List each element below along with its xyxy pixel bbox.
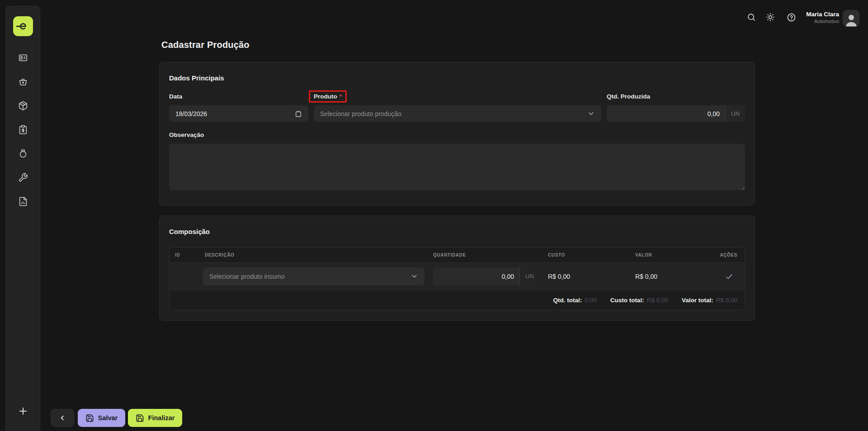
sidebar-add-button[interactable] — [14, 402, 32, 420]
custo-total-value: R$ 0,00 — [647, 297, 668, 304]
qtd-produzida-input[interactable]: 0,00 UN — [607, 105, 745, 122]
sidebar-item-sales[interactable] — [14, 73, 32, 91]
cell-valor: R$ 0,00 — [630, 273, 718, 280]
table-row: Selecionar produto insumo 0,00 UN R$ 0,0… — [170, 263, 745, 290]
header-descricao: DESCRIÇÃO — [199, 253, 428, 258]
report-file-icon — [18, 197, 28, 206]
finalizar-button[interactable]: Finalizar — [128, 409, 182, 427]
header-valor: VALOR — [630, 253, 718, 258]
help-circle-icon — [787, 13, 796, 22]
valor-total-label: Valor total: — [682, 297, 713, 304]
sidebar-item-reports[interactable] — [14, 192, 32, 211]
composicao-table: ID DESCRIÇÃO QUANTIDADE CUSTO VALOR AÇÕE… — [169, 247, 745, 310]
table-header-row: ID DESCRIÇÃO QUANTIDADE CUSTO VALOR AÇÕE… — [170, 248, 745, 263]
package-icon — [18, 101, 28, 111]
header-custo: CUSTO — [542, 253, 630, 258]
salvar-button[interactable]: Salvar — [78, 409, 125, 427]
qtd-total-label: Qtd. total: — [553, 297, 582, 304]
header-acoes: AÇÕES — [718, 253, 745, 258]
cell-custo: R$ 0,00 — [542, 273, 630, 280]
user-info[interactable]: Maria Clara Automotivo — [806, 10, 839, 24]
user-role: Automotivo — [806, 18, 839, 24]
app-logo[interactable] — [13, 16, 33, 36]
search-icon — [747, 13, 756, 22]
qtd-total-group: Qtd. total: 0,00 — [553, 297, 597, 304]
table-totals-row: Qtd. total: 0,00 Custo total: R$ 0,00 Va… — [170, 290, 745, 310]
data-value: 18/03/2026 — [175, 110, 207, 117]
finalizar-label: Finalizar — [148, 414, 175, 422]
avatar[interactable] — [843, 10, 859, 27]
id-card-icon — [18, 53, 28, 63]
header-quantidade: QUANTIDADE — [428, 253, 542, 258]
composicao-title: Composição — [169, 228, 745, 235]
data-label: Data — [169, 92, 308, 101]
save-icon — [136, 414, 144, 422]
sidebar-item-services[interactable] — [14, 169, 32, 187]
data-input[interactable]: 18/03/2026 — [169, 105, 308, 122]
composicao-card: Composição ID DESCRIÇÃO QUANTIDADE CUSTO… — [159, 216, 755, 321]
valor-total-value: R$ 0,00 — [716, 297, 737, 304]
produto-select-placeholder: Selecionar produto produção — [320, 110, 401, 117]
produto-select[interactable]: Selecionar produto produção — [314, 105, 601, 122]
clipboard-dollar-icon — [18, 125, 28, 135]
qtd-produzida-value: 0,00 — [607, 105, 725, 122]
quantidade-unit: UN — [519, 267, 539, 286]
custo-total-group: Custo total: R$ 0,00 — [610, 297, 668, 304]
required-asterisk: * — [340, 93, 342, 100]
shopping-basket-icon — [18, 77, 28, 87]
sidebar-item-contacts[interactable] — [14, 49, 32, 67]
plus-icon — [18, 406, 28, 417]
produto-field-group: Produto * Selecionar produto produção — [314, 92, 601, 122]
sidebar-item-finance[interactable] — [14, 145, 32, 163]
observacao-textarea[interactable] — [169, 144, 745, 190]
dados-principais-card: Dados Principais Data 18/03/2026 Produto… — [159, 62, 755, 206]
produto-label-highlight-box: Produto * — [309, 90, 347, 103]
qtd-total-value: 0,00 — [585, 297, 596, 304]
confirm-row-button[interactable] — [725, 272, 734, 281]
qtd-produzida-field-group: Qtd. Produzida 0,00 UN — [607, 92, 745, 122]
sun-icon — [766, 13, 775, 22]
help-button[interactable] — [783, 9, 799, 25]
dados-principais-title: Dados Principais — [169, 74, 745, 82]
check-icon — [725, 272, 734, 281]
insumo-select[interactable]: Selecionar produto insumo — [203, 267, 425, 286]
data-field-group: Data 18/03/2026 — [169, 92, 308, 122]
sidebar-item-orders[interactable] — [14, 121, 32, 139]
cell-descricao: Selecionar produto insumo — [199, 267, 428, 286]
wrench-icon — [18, 173, 28, 183]
qtd-produzida-unit: UN — [725, 105, 745, 122]
search-button[interactable] — [743, 9, 760, 25]
sidebar — [5, 6, 40, 431]
valor-total-group: Valor total: R$ 0,00 — [682, 297, 737, 304]
qtd-produzida-label: Qtd. Produzida — [607, 92, 745, 101]
header-id: ID — [170, 253, 199, 258]
chevron-left-icon — [58, 414, 66, 422]
back-button[interactable] — [51, 409, 74, 427]
insumo-select-placeholder: Selecionar produto insumo — [209, 273, 285, 280]
chevron-down-icon — [410, 272, 418, 280]
sidebar-item-products[interactable] — [14, 97, 32, 115]
quantidade-value: 0,00 — [433, 267, 519, 286]
custo-total-label: Custo total: — [610, 297, 644, 304]
cell-quantidade: 0,00 UN — [428, 267, 542, 286]
person-icon — [844, 12, 859, 27]
user-name: Maria Clara — [806, 10, 839, 18]
salvar-label: Salvar — [98, 414, 118, 422]
chevron-down-icon — [587, 110, 595, 117]
observacao-label: Observação — [169, 130, 745, 139]
save-icon — [85, 414, 94, 422]
logo-e-icon — [16, 19, 30, 33]
calendar-icon — [295, 110, 302, 117]
money-bag-icon — [18, 149, 28, 159]
produto-label-row: Produto * — [314, 92, 601, 101]
cell-acoes — [718, 272, 745, 281]
produto-label: Produto — [314, 93, 337, 100]
page-title: Cadastrar Produção — [161, 40, 250, 50]
quantidade-input[interactable]: 0,00 UN — [433, 267, 539, 286]
theme-toggle-button[interactable] — [762, 9, 778, 25]
